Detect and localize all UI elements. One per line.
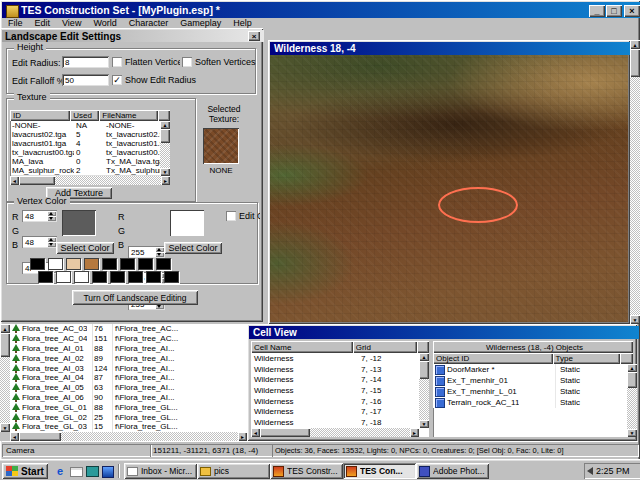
cell-name-header[interactable]: Cell Name	[251, 341, 353, 353]
minimize-button[interactable]: _	[589, 5, 605, 17]
show-desktop-icon[interactable]	[86, 466, 99, 477]
scroll-up-icon[interactable]: ▲	[419, 353, 429, 361]
palette-swatch[interactable]	[48, 258, 63, 270]
palette-swatch[interactable]	[156, 258, 171, 270]
objects-vscroll-thumb[interactable]	[627, 372, 637, 388]
object-row[interactable]: DoorMarker * Static	[433, 364, 633, 375]
cell-row[interactable]: Wilderness 7, -16	[251, 396, 429, 407]
texture-row[interactable]: lavacrust02.tga 5 tx_lavacrust02.tga	[10, 130, 170, 139]
scroll-down-icon[interactable]: ▼	[419, 420, 429, 428]
scroll-up-icon[interactable]: ▲	[627, 364, 637, 372]
object-list-row[interactable]: Flora_tree_AI_01 88 f\Flora_tree_AI...	[10, 344, 247, 354]
object-list-row[interactable]: Flora_tree_AI_06 90 f\Flora_tree_AI...	[10, 393, 247, 403]
render-titlebar[interactable]: Wilderness 18, -4	[270, 42, 632, 55]
show-edit-radius-checkbox[interactable]: ✓ Show Edit Radius	[112, 75, 202, 85]
scroll-up-icon[interactable]: ▲	[630, 40, 640, 49]
render-vscroll-thumb[interactable]	[630, 49, 640, 77]
cell-row[interactable]: Wilderness 7, -12	[251, 353, 429, 364]
scroll-right-icon[interactable]: ►	[161, 176, 170, 185]
low-select-color-button[interactable]: Select Color	[56, 242, 114, 254]
scroll-down-icon[interactable]: ▼	[160, 168, 170, 176]
cell-row[interactable]: Wilderness 7, -18	[251, 417, 429, 428]
texture-row[interactable]: MA_sulphur_rock09 2 Tx_MA_sulphur_r...	[10, 166, 170, 175]
cell-row[interactable]: Wilderness 7, -14	[251, 374, 429, 385]
palette-swatch[interactable]	[110, 271, 125, 283]
spinner-down-icon[interactable]	[47, 216, 56, 221]
scroll-right-icon[interactable]: ►	[410, 428, 419, 437]
texture-vscroll-thumb[interactable]	[160, 129, 170, 143]
object-list-hscroll-thumb[interactable]	[19, 432, 61, 441]
scroll-down-icon[interactable]: ▼	[630, 315, 640, 324]
palette-swatch[interactable]	[138, 258, 153, 270]
scroll-up-icon[interactable]: ▲	[0, 324, 10, 333]
render-viewport[interactable]	[270, 55, 628, 322]
cell-row[interactable]: Wilderness 7, -13	[251, 364, 429, 375]
texture-hscroll-thumb[interactable]	[19, 176, 55, 185]
palette-swatch[interactable]	[56, 271, 71, 283]
task-button-inbox[interactable]: Inbox - Micr...	[124, 463, 197, 479]
object-row[interactable]: Ex_T_menhir_L_01 Static	[433, 386, 633, 397]
start-button[interactable]: Start	[2, 463, 48, 479]
scroll-left-icon[interactable]: ◄	[251, 428, 260, 437]
object-list-vscroll-thumb[interactable]	[0, 333, 10, 357]
texture-row[interactable]: tx_lavacrust00.tga 0 tx_lavacrust00.tga	[10, 148, 170, 157]
edit-colors-checkbox[interactable]: Edit Co	[226, 211, 260, 221]
palette-swatch[interactable]	[84, 258, 99, 270]
scroll-down-icon[interactable]: ▼	[0, 423, 10, 432]
object-list-row[interactable]: Flora_tree_AI_04 87 f\Flora_tree_AI...	[10, 373, 247, 383]
grid-header[interactable]: Grid	[353, 341, 417, 353]
texture-row[interactable]: lavacrust01.tga 4 tx_lavacrust01.tga	[10, 139, 170, 148]
window-titlebar[interactable]: TES Construction Set - [MyPlugin.esp] * …	[2, 2, 640, 18]
channels-icon[interactable]	[102, 466, 114, 478]
spinner-down-icon[interactable]	[155, 252, 164, 257]
menu-item-edit[interactable]: Edit	[29, 18, 57, 28]
palette-swatch[interactable]	[30, 258, 45, 270]
show-edit-radius-checkbox-box[interactable]: ✓	[112, 75, 122, 85]
low-g-spinner[interactable]: 48	[22, 236, 57, 248]
palette-swatch[interactable]	[146, 271, 161, 283]
menu-item-view[interactable]: View	[56, 18, 87, 28]
scroll-down-icon[interactable]: ▼	[627, 429, 637, 437]
volume-icon[interactable]	[587, 467, 593, 475]
cell-view-titlebar[interactable]: Cell View	[249, 326, 639, 339]
menu-item-file[interactable]: File	[2, 18, 29, 28]
high-r-spinner[interactable]: 255	[128, 246, 165, 258]
object-list-row[interactable]: Flora_tree_AI_05 63 f\Flora_tree_AI...	[10, 383, 247, 393]
texture-col-used[interactable]: Used	[70, 110, 99, 121]
palette-swatch[interactable]	[38, 271, 53, 283]
task-button-pics[interactable]: pics	[197, 463, 270, 479]
object-row[interactable]: Terrain_rock_AC_11 Static	[433, 397, 633, 408]
object-list-row[interactable]: Flora_tree_AI_03 124 f\Flora_tree_AI...	[10, 363, 247, 373]
low-r-spinner[interactable]: 48	[22, 210, 57, 222]
menu-item-gameplay[interactable]: Gameplay	[174, 18, 227, 28]
object-list-row[interactable]: Flora_tree_GL_01 88 f\Flora_tree_GL...	[10, 402, 247, 412]
palette-swatch[interactable]	[74, 271, 89, 283]
object-id-header[interactable]: Object ID	[433, 353, 553, 364]
palette-swatch[interactable]	[66, 258, 81, 270]
texture-row[interactable]: MA_lava 0 Tx_MA_lava.tga	[10, 157, 170, 166]
internet-explorer-icon[interactable]: e	[54, 465, 66, 477]
scroll-left-icon[interactable]: ◄	[10, 432, 19, 441]
palette-swatch[interactable]	[102, 258, 117, 270]
texture-row[interactable]: -NONE- NA -NONE-	[10, 121, 170, 130]
cell-list-vscroll-thumb[interactable]	[419, 361, 429, 379]
high-select-color-button[interactable]: Select Color	[164, 242, 222, 254]
object-list-row[interactable]: Flora_tree_AC_04 151 f\Flora_tree_AC...	[10, 334, 247, 344]
palette-swatch[interactable]	[92, 271, 107, 283]
spinner-down-icon[interactable]	[47, 242, 56, 247]
cell-list-hscroll-thumb[interactable]	[260, 428, 310, 437]
cell-row[interactable]: Wilderness 7, -15	[251, 385, 429, 396]
texture-col-id[interactable]: ID	[10, 110, 70, 121]
soften-checkbox-box[interactable]	[182, 57, 192, 67]
flatten-vertices-checkbox[interactable]: Flatten Vertices	[112, 57, 180, 67]
soften-vertices-checkbox[interactable]: Soften Vertices	[182, 57, 256, 67]
mail-icon[interactable]	[70, 467, 83, 477]
object-row[interactable]: Ex_T_menhir_01 Static	[433, 375, 633, 386]
dialog-close-icon[interactable]: ×	[248, 31, 260, 41]
task-button-tes-1[interactable]: TES Constr...	[270, 463, 343, 479]
object-list-row[interactable]: Flora_tree_AC_03 76 f\Flora_tree_AC...	[10, 324, 247, 334]
object-list-row[interactable]: Flora_tree_AI_02 89 f\Flora_tree_AI...	[10, 353, 247, 363]
menu-item-world[interactable]: World	[87, 18, 122, 28]
menu-item-character[interactable]: Character	[123, 18, 175, 28]
task-button-adobe[interactable]: Adobe Phot...	[416, 463, 489, 479]
